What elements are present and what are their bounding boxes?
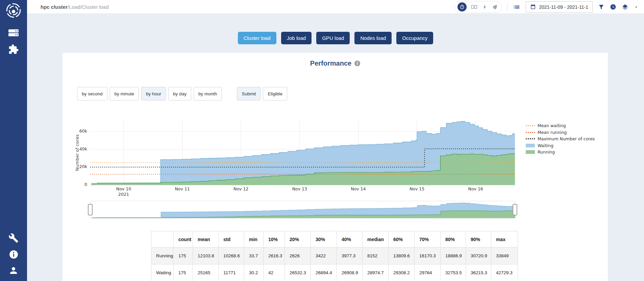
legend-label: Mean running xyxy=(538,130,567,135)
chart-controls: by secondby minuteby hourby dayby month … xyxy=(77,87,290,100)
table-cell: 32753.5 xyxy=(441,264,466,281)
app-logo-icon[interactable] xyxy=(0,2,27,19)
button-by-hour[interactable]: by hour xyxy=(141,87,166,100)
layers-icon[interactable] xyxy=(622,4,628,10)
table-cell: 175 xyxy=(174,248,193,264)
table-header-std: std xyxy=(219,231,244,248)
stopwatch-icon[interactable] xyxy=(457,2,467,11)
table-header-30-: 30% xyxy=(311,231,337,248)
table-cell: 42 xyxy=(264,264,285,281)
legend-swatch xyxy=(526,138,535,139)
table-header-min: min xyxy=(244,231,264,248)
table-cell: 8152 xyxy=(363,248,389,264)
button-submit[interactable]: Submit xyxy=(237,87,261,100)
granularity-buttons: by secondby minuteby hourby dayby month xyxy=(77,87,224,100)
x-tick-label: Nov 15 xyxy=(402,186,432,192)
metric-switcher xyxy=(454,1,502,13)
table-cell: 2616.3 xyxy=(264,248,285,264)
table-cell: 26894.4 xyxy=(311,264,337,281)
topbar-divider xyxy=(507,3,507,11)
legend-item-running[interactable]: Running xyxy=(526,149,595,156)
legend-label: Waiting xyxy=(538,143,553,148)
x-tick-label: Nov 12 xyxy=(226,186,256,192)
dropdown-caret-icon[interactable] xyxy=(634,5,639,9)
table-header-max: max xyxy=(491,231,518,248)
y-tick-label: 40k xyxy=(66,146,87,151)
tab-occupancy[interactable]: Occupancy xyxy=(396,32,433,44)
table-header-20-: 20% xyxy=(285,231,311,248)
clock-icon[interactable] xyxy=(610,4,616,10)
title-info-icon[interactable]: i xyxy=(354,61,360,66)
table-cell: 13809.6 xyxy=(389,248,415,264)
panel-title-row: Performance i xyxy=(63,60,608,67)
breadcrumb-root: hpc cluster xyxy=(41,4,68,10)
user-icon[interactable] xyxy=(0,265,27,276)
table-header-blank xyxy=(151,231,174,248)
legend-swatch xyxy=(526,150,535,154)
table-cell: 29308.2 xyxy=(389,264,415,281)
range-slider[interactable] xyxy=(90,201,515,218)
bolt-icon[interactable] xyxy=(482,4,488,10)
table-cell: 36215.3 xyxy=(466,264,491,281)
table-cell: 25165 xyxy=(193,264,219,281)
table-cell: 33.7 xyxy=(244,248,264,264)
range-handle-right[interactable] xyxy=(513,204,517,215)
legend-item-mean-waiting[interactable]: Mean waiting xyxy=(526,122,595,129)
legend-label: Running xyxy=(538,149,555,155)
row-label: Waiting xyxy=(151,264,174,281)
y-tick-label: 0 xyxy=(66,182,87,187)
main-chart[interactable] xyxy=(90,121,515,186)
legend-label: Maximum Number of cores xyxy=(538,136,595,141)
x-tick-label: Nov 13 xyxy=(284,186,315,192)
table-header-80-: 80% xyxy=(441,231,466,248)
button-eligible[interactable]: Eligible xyxy=(263,87,287,100)
calendar-icon xyxy=(530,4,536,10)
table-header-count: count xyxy=(174,231,193,248)
table-header-mean: mean xyxy=(193,231,219,248)
table-cell: 16170.3 xyxy=(415,248,441,264)
tab-job-load[interactable]: Job load xyxy=(281,32,312,44)
filter-icon[interactable] xyxy=(598,4,604,10)
info-icon[interactable] xyxy=(0,250,27,259)
legend-item-maximum-number-of-cores[interactable]: Maximum Number of cores xyxy=(526,136,595,142)
table-header-10-: 10% xyxy=(264,231,285,248)
table-cell: 2626 xyxy=(285,248,311,264)
legend-item-mean-running[interactable]: Mean running xyxy=(526,129,595,136)
tools-icon[interactable] xyxy=(0,233,27,243)
x-tick-label: Nov 14 xyxy=(343,186,373,192)
stats-table-body: Running17512103.810268.633.72616.3262634… xyxy=(151,248,518,281)
servers-icon[interactable] xyxy=(0,28,27,37)
tab-nodes-load[interactable]: Nodes load xyxy=(354,32,392,44)
mode-buttons: SubmitEligible xyxy=(237,87,290,100)
tab-gpu-load[interactable]: GPU load xyxy=(316,32,350,44)
legend-swatch xyxy=(526,125,535,126)
table-cell: 175 xyxy=(174,264,193,281)
breadcrumb-path: /Load/Cluster load xyxy=(68,4,109,10)
legend-item-waiting[interactable]: Waiting xyxy=(526,142,595,149)
button-by-month[interactable]: by month xyxy=(194,87,222,100)
tab-cluster-load[interactable]: Cluster load xyxy=(238,32,276,44)
app-root: hpc cluster/Load/Cluster load xyxy=(0,0,644,281)
table-cell: 11771 xyxy=(219,264,244,281)
button-by-minute[interactable]: by minute xyxy=(110,87,139,100)
legend-label: Mean waiting xyxy=(538,123,566,128)
table-cell: 26908.9 xyxy=(337,264,363,281)
topbar-actions: 2021-11-09 - 2021-11-1 xyxy=(454,0,639,14)
table-cell: 10268.6 xyxy=(219,248,244,264)
table-cell: 26532.3 xyxy=(285,264,311,281)
table-cell: 3422 xyxy=(311,248,337,264)
button-by-second[interactable]: by second xyxy=(77,87,107,100)
breadcrumb: hpc cluster/Load/Cluster load xyxy=(41,4,109,10)
plugins-puzzle-icon[interactable] xyxy=(0,44,27,55)
range-handle-left[interactable] xyxy=(88,204,93,215)
leaf-icon[interactable] xyxy=(492,4,498,10)
button-by-day[interactable]: by day xyxy=(168,87,191,100)
date-range-input[interactable]: 2021-11-09 - 2021-11-1 xyxy=(526,1,593,13)
table-header-median: median xyxy=(363,231,389,248)
legend-swatch xyxy=(526,144,535,147)
list-view-icon[interactable] xyxy=(513,3,520,11)
x-tick-label: Nov 11 xyxy=(167,186,198,192)
date-range-value: 2021-11-09 - 2021-11-1 xyxy=(539,4,588,10)
table-header-40-: 40% xyxy=(337,231,363,248)
banknote-icon[interactable] xyxy=(471,4,477,10)
